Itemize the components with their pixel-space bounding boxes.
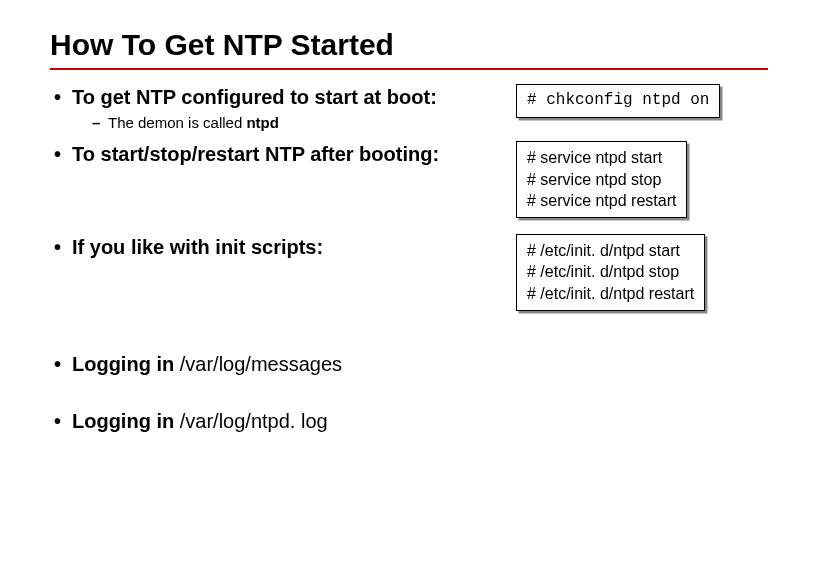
row-service-right: # service ntpd start # service ntpd stop… xyxy=(510,141,768,218)
code-line: # service ntpd start xyxy=(527,147,676,169)
code-line: # chkconfig ntpd on xyxy=(527,90,709,112)
bullet-log-messages: Logging in /var/log/messages xyxy=(50,351,768,378)
code-line: # /etc/init. d/ntpd stop xyxy=(527,261,694,283)
bullet-init: If you like with init scripts: xyxy=(50,234,510,261)
row-service: To start/stop/restart NTP after booting:… xyxy=(50,141,768,218)
row-init-left: If you like with init scripts: xyxy=(50,234,510,261)
bullet-service: To start/stop/restart NTP after booting: xyxy=(50,141,510,168)
bullet-demon-prefix: The demon is called xyxy=(108,114,246,131)
bullet-log-ntpd-bold: Logging in xyxy=(72,410,180,432)
codebox-chkconfig: # chkconfig ntpd on xyxy=(516,84,720,118)
code-line: # service ntpd restart xyxy=(527,190,676,212)
title-rule xyxy=(50,68,768,70)
row-boot-right: # chkconfig ntpd on xyxy=(510,84,768,118)
bullet-log-ntpd-path: /var/log/ntpd. log xyxy=(180,410,328,432)
code-line: # /etc/init. d/ntpd restart xyxy=(527,283,694,305)
codebox-init: # /etc/init. d/ntpd start # /etc/init. d… xyxy=(516,234,705,311)
slide: How To Get NTP Started To get NTP config… xyxy=(0,0,818,455)
code-line: # service ntpd stop xyxy=(527,169,676,191)
bullet-log-messages-path: /var/log/messages xyxy=(180,353,342,375)
bullet-log-ntpd: Logging in /var/log/ntpd. log xyxy=(50,408,768,435)
row-boot: To get NTP configured to start at boot: … xyxy=(50,84,768,131)
row-service-left: To start/stop/restart NTP after booting: xyxy=(50,141,510,168)
row-boot-left: To get NTP configured to start at boot: … xyxy=(50,84,510,131)
code-line: # /etc/init. d/ntpd start xyxy=(527,240,694,262)
page-title: How To Get NTP Started xyxy=(50,28,768,62)
bullet-demon-bold: ntpd xyxy=(246,114,278,131)
codebox-service: # service ntpd start # service ntpd stop… xyxy=(516,141,687,218)
row-init: If you like with init scripts: # /etc/in… xyxy=(50,234,768,311)
spacer xyxy=(50,321,768,351)
bullet-demon: The demon is called ntpd xyxy=(50,114,510,131)
bullet-log-messages-bold: Logging in xyxy=(72,353,180,375)
bullet-boot: To get NTP configured to start at boot: xyxy=(50,84,510,111)
spacer xyxy=(50,378,768,408)
row-init-right: # /etc/init. d/ntpd start # /etc/init. d… xyxy=(510,234,768,311)
